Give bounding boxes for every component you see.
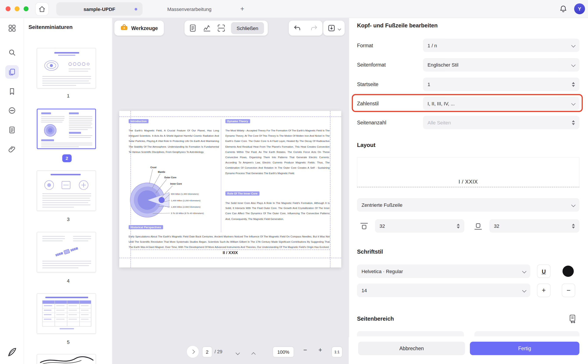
zoom-in-button[interactable]: + (318, 346, 322, 354)
previous-page-button[interactable] (252, 351, 255, 358)
chevron-down-icon (522, 269, 526, 273)
tab-sample-updf[interactable]: sample-UPDF (56, 2, 142, 16)
scan-button[interactable] (217, 24, 226, 33)
thumbnail-preview (37, 232, 96, 273)
thumbnail-preview (38, 109, 96, 149)
paragraph-inner-core: The Solid Inner Core Also Plays A Role I… (225, 200, 330, 222)
thumbnail-page-4[interactable] (37, 232, 96, 273)
page-range-icon[interactable] (568, 314, 577, 324)
comments-button[interactable] (5, 104, 19, 117)
document-info-button[interactable] (5, 123, 19, 137)
thumbnail-page-2-selected[interactable] (37, 109, 96, 149)
done-button[interactable]: Fertig (470, 342, 579, 355)
paragraph-historical: Early Speculations About The Earth's Mag… (129, 234, 330, 250)
cancel-button[interactable]: Abbrechen (358, 342, 465, 355)
redo-button[interactable] (310, 24, 318, 32)
bookmarks-button[interactable] (5, 85, 19, 98)
thumbnails-panel: Seitenminiaturen 1 2 (24, 18, 113, 364)
home-button[interactable] (35, 2, 49, 16)
thumbnail-page-6-partial[interactable] (37, 354, 96, 364)
font-family-select[interactable]: Helvetica · Regular (357, 265, 530, 278)
margin-top-stepper[interactable]: 32 (375, 219, 464, 233)
stepper-arrows-icon[interactable] (457, 223, 460, 228)
font-section-title: Schriftstil (357, 248, 383, 255)
startseite-label: Startseite (357, 82, 378, 87)
comment-icon (8, 106, 16, 115)
close-window-button[interactable] (6, 6, 11, 11)
margin-top-icon (359, 221, 369, 231)
signature-button[interactable] (203, 24, 212, 33)
close-label: Schließen (237, 25, 258, 31)
margin-guide-right (330, 111, 330, 267)
save-button[interactable] (327, 24, 336, 32)
page-thumbnails-button[interactable] (5, 65, 19, 79)
decrease-size-button[interactable]: − (562, 284, 575, 297)
left-icon-rail (0, 18, 24, 364)
increase-size-button[interactable]: + (537, 284, 550, 297)
column-divider (221, 119, 221, 232)
apps-grid-button[interactable] (5, 21, 19, 35)
tools-label: Werkzeuge (131, 25, 158, 31)
zoom-level-input[interactable]: 100% (273, 346, 294, 358)
underline-button[interactable]: U (537, 265, 550, 278)
chevron-down-icon (522, 288, 526, 292)
thumbnail-page-3[interactable] (37, 170, 96, 211)
thumbnail-page-1[interactable] (37, 48, 96, 89)
attachments-button[interactable] (5, 142, 19, 156)
document-canvas: Werkzeuge Schließen Intr (113, 18, 349, 364)
footer-position-preview: I / XXIX (357, 157, 579, 187)
edit-toolbar-group: Schließen (185, 21, 268, 35)
tools-button[interactable]: Werkzeuge (114, 21, 164, 35)
stepper-arrows-icon[interactable] (572, 120, 575, 125)
pdf-page[interactable]: Introduction Dynamo Theory The Earth's M… (119, 111, 341, 267)
save-toolbar-group (323, 21, 344, 35)
window-titlebar: sample-UPDF Massenverarbeitung + Y (0, 0, 588, 18)
close-edit-mode-button[interactable]: Schließen (231, 22, 264, 34)
seitenformat-value: Englischer Stil (428, 62, 458, 68)
footer-position-value: Zentrierte Fußzeile (361, 202, 402, 208)
thumbnail-preview (37, 354, 96, 364)
diagram-label-outer-core: Outer Core (164, 176, 176, 179)
notifications-button[interactable] (559, 5, 568, 13)
chevron-up-icon (252, 352, 256, 356)
stepper-arrows-icon[interactable] (572, 223, 575, 228)
font-color-swatch[interactable] (562, 266, 574, 277)
stepper-arrows-icon[interactable] (572, 82, 575, 87)
margin-bottom-stepper[interactable]: 32 (489, 219, 580, 233)
startseite-stepper[interactable]: 1 (423, 78, 579, 91)
unsaved-dot-icon (135, 8, 137, 11)
history-toolbar-group (289, 21, 322, 35)
tab-label: Massenverarbeitung (167, 6, 211, 12)
format-value: 1 / n (428, 42, 437, 48)
thumbnail-page-number: 3 (24, 217, 113, 222)
page-setup-button[interactable] (188, 24, 197, 33)
account-avatar[interactable]: Y (574, 3, 585, 14)
undo-button[interactable] (293, 24, 302, 32)
font-size-select[interactable]: 14 (357, 284, 530, 297)
actual-size-button[interactable]: 1:1 (332, 346, 342, 358)
zahlenstil-select[interactable]: I, II, III, IV, ... (423, 97, 579, 110)
format-select[interactable]: 1 / n (423, 39, 579, 52)
new-tab-button[interactable]: + (237, 4, 247, 14)
zoom-window-button[interactable] (24, 6, 28, 11)
minimize-window-button[interactable] (15, 6, 20, 11)
page-number-input[interactable]: 2 (202, 346, 212, 358)
range-start-select-partial[interactable] (357, 331, 464, 336)
search-button[interactable] (5, 46, 19, 59)
paragraph-dynamo-theory: The Most Widely - Accepted Theory For Th… (225, 128, 330, 176)
zoom-out-button[interactable]: − (303, 346, 307, 354)
next-page-button[interactable] (236, 349, 239, 356)
save-options-button[interactable] (338, 25, 341, 32)
range-end-select-partial[interactable] (474, 331, 580, 336)
seitenanzahl-value: Alle Seiten (428, 120, 451, 125)
collapse-statusbar-button[interactable] (186, 345, 199, 358)
seitenanzahl-stepper[interactable]: Alle Seiten (423, 116, 579, 130)
thumbnail-page-5[interactable] (37, 293, 96, 334)
thumbnail-preview (37, 294, 96, 334)
seitenformat-select[interactable]: Englischer Stil (423, 58, 579, 72)
heading-chip-inner-core: Role Of The Inner Core (225, 191, 259, 195)
bell-icon (559, 5, 568, 13)
tab-massenverarbeitung[interactable]: Massenverarbeitung (157, 2, 221, 16)
chevron-down-icon (571, 63, 575, 67)
footer-position-select[interactable]: Zentrierte Fußzeile (357, 198, 579, 212)
